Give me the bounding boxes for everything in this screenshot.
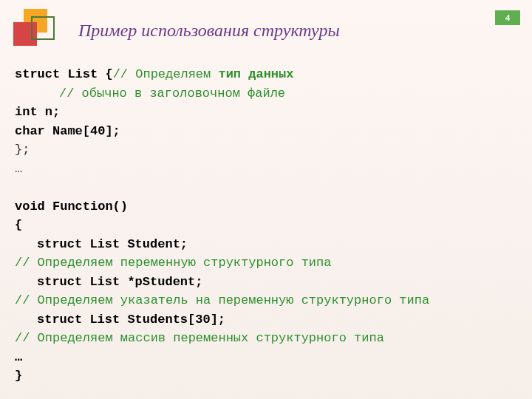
code-line-15: … (15, 348, 517, 367)
code-line-1: struct List {// Определяем тип данных (15, 65, 517, 84)
code-line-7: void Function() (15, 197, 517, 216)
code-line-6: … (15, 160, 517, 179)
code-line-2: // обычно в заголовочном файле (59, 84, 517, 103)
code-line-8: { (15, 216, 517, 235)
code-line-9: struct List Student; (37, 235, 517, 254)
slide-title: Пример использования структуры (78, 21, 340, 41)
code-line-12: // Определяем указатель на переменную ст… (15, 291, 517, 310)
code-comment-bold: тип данных (218, 67, 293, 81)
code-text: struct List { (15, 67, 113, 81)
logo-square-outline (31, 16, 55, 40)
slide: 4 Пример использования структуры struct … (0, 0, 532, 399)
code-comment: // Определяем (113, 67, 219, 81)
code-line-11: struct List *pStudent; (37, 273, 517, 292)
code-line-13: struct List Students[30]; (37, 310, 517, 330)
code-line-14: // Определяем массив переменных структур… (15, 329, 517, 348)
code-block: struct List {// Определяем тип данных //… (15, 65, 517, 386)
code-line-3: int n; (15, 103, 517, 122)
code-line-16: } (15, 366, 517, 386)
page-number-badge: 4 (495, 10, 520, 25)
code-blank (15, 178, 517, 197)
code-line-10: // Определяем переменную структурного ти… (15, 253, 517, 273)
code-line-4: char Name[40]; (15, 122, 517, 141)
slide-logo (13, 9, 56, 52)
code-line-5: }; (15, 140, 517, 160)
